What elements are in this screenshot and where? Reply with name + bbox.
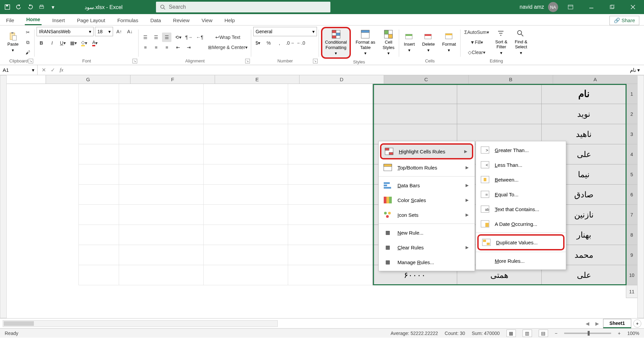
format-painter-icon[interactable]: 🖌 — [23, 48, 33, 57]
sheet-nav-next-icon[interactable]: ▶ — [593, 320, 601, 328]
zoom-slider[interactable] — [564, 333, 611, 334]
qat-more-icon[interactable]: ▾ — [48, 2, 58, 12]
menu-manage-rules[interactable]: ▦ Manage Rules... — [379, 255, 475, 270]
dialog-launcher-icon[interactable]: ↘ — [132, 59, 137, 63]
row-header[interactable]: 3 — [626, 124, 637, 144]
menu-data-bars[interactable]: Data Bars ▶ — [379, 178, 475, 193]
cut-icon[interactable]: ✂ — [23, 28, 33, 37]
clear-button[interactable]: ◇ Clear ▾ — [463, 48, 490, 57]
cell[interactable]: نوید — [541, 104, 626, 124]
row-header[interactable]: 5 — [626, 164, 637, 185]
find-select-button[interactable]: Find & Select▾ — [512, 28, 530, 57]
col-header-e[interactable]: E — [215, 75, 299, 84]
col-header-a[interactable]: A — [553, 75, 637, 84]
tab-home[interactable]: Home — [25, 14, 42, 25]
tab-file[interactable]: File — [5, 15, 15, 25]
row-header[interactable]: 7 — [626, 205, 637, 225]
col-header-f[interactable]: F — [130, 75, 215, 84]
row-header[interactable]: 1 — [626, 84, 637, 104]
view-page-layout-icon[interactable]: ▥ — [523, 330, 532, 337]
close-icon[interactable] — [625, 0, 641, 14]
rtl-icon[interactable]: ¶→ — [184, 33, 194, 42]
sort-filter-button[interactable]: Sort & Filter▾ — [493, 28, 510, 57]
dialog-launcher-icon[interactable]: ↘ — [245, 59, 250, 63]
formula-value[interactable]: نام ▾ — [626, 67, 644, 73]
percent-icon[interactable]: % — [264, 38, 273, 48]
fx-icon[interactable]: fx — [60, 67, 63, 73]
merge-center-button[interactable]: ⊞ Merge & Center ▾ — [206, 43, 249, 52]
search-box[interactable]: Search — [156, 2, 330, 12]
comma-icon[interactable]: , — [275, 38, 284, 48]
ribbon-display-icon[interactable] — [562, 0, 579, 14]
cancel-formula-icon[interactable]: ✕ — [42, 67, 46, 73]
undo-icon[interactable] — [14, 2, 23, 12]
italic-button[interactable]: I — [47, 38, 57, 48]
menu-greater-than[interactable]: >Greater Than... — [476, 143, 566, 157]
sheet-nav-prev-icon[interactable]: ◀ — [584, 320, 591, 328]
col-header-g[interactable]: G — [46, 75, 130, 84]
view-normal-icon[interactable]: ▦ — [506, 330, 516, 337]
menu-icon-sets[interactable]: Icon Sets ▶ — [379, 207, 475, 222]
zoom-out-icon[interactable]: − — [555, 331, 557, 336]
row-header[interactable]: 11 — [626, 285, 637, 298]
align-top-icon[interactable]: ☰ — [141, 33, 150, 42]
align-left-icon[interactable]: ≡ — [141, 43, 150, 52]
menu-date-occurring[interactable]: A Date Occurring... — [476, 216, 566, 231]
row-header[interactable]: 8 — [626, 225, 637, 245]
insert-cells-button[interactable]: Insert▾ — [401, 30, 418, 54]
orientation-icon[interactable]: ⟲▾ — [173, 33, 183, 42]
dialog-launcher-icon[interactable]: ↘ — [29, 59, 33, 63]
horizontal-scrollbar[interactable] — [3, 320, 278, 327]
cell[interactable] — [457, 84, 541, 104]
redo-icon[interactable] — [25, 2, 35, 12]
cell[interactable]: نام — [541, 84, 626, 104]
name-box[interactable]: A1▾ — [0, 65, 38, 75]
row-header[interactable]: 6 — [626, 185, 637, 205]
fill-button[interactable]: ▼ Fill ▾ — [463, 38, 490, 47]
font-name-select[interactable]: IRANSansWeb▾ — [37, 27, 94, 36]
conditional-formatting-button[interactable]: Conditional Formatting▾ — [321, 27, 351, 59]
col-header-b[interactable]: B — [468, 75, 553, 84]
tab-review[interactable]: Review — [172, 15, 191, 25]
menu-less-than[interactable]: <Less Than... — [476, 157, 566, 172]
tab-formulas[interactable]: Formulas — [116, 15, 140, 25]
col-header-d[interactable]: D — [299, 75, 384, 84]
decrease-indent-icon[interactable]: ⇤ — [173, 43, 183, 52]
increase-font-icon[interactable]: A↑ — [114, 27, 124, 36]
col-header-c[interactable]: C — [384, 75, 468, 84]
menu-new-rule[interactable]: ▦ New Rule... — [379, 225, 475, 240]
wrap-text-button[interactable]: ↩ Wrap Text — [206, 33, 249, 42]
view-page-break-icon[interactable]: ▤ — [539, 330, 548, 337]
menu-equal-to[interactable]: =Equal To... — [476, 187, 566, 202]
worksheet-grid[interactable]: A B C D E F G 1 2 3 4 5 6 7 8 9 10 11 — [0, 75, 644, 318]
menu-more-rules[interactable]: More Rules... — [476, 253, 566, 268]
zoom-in-icon[interactable]: + — [618, 331, 621, 336]
menu-duplicate-values[interactable]: Duplicate Values... — [477, 234, 565, 250]
menu-between[interactable]: Between... — [476, 172, 566, 187]
scrollbar-right[interactable] — [637, 75, 644, 318]
bold-button[interactable]: B — [37, 38, 46, 48]
align-middle-icon[interactable]: ☰ — [151, 33, 161, 42]
tab-help[interactable]: Help — [223, 15, 236, 25]
borders-icon[interactable]: ▦▾ — [69, 38, 78, 48]
tab-view[interactable]: View — [200, 15, 214, 25]
cell[interactable] — [372, 104, 457, 124]
align-center-icon[interactable]: ≡ — [151, 43, 161, 52]
decrease-font-icon[interactable]: A↓ — [125, 27, 135, 36]
underline-button[interactable]: U▾ — [58, 38, 67, 48]
fill-color-icon[interactable]: ◇▾ — [79, 38, 89, 48]
minimize-icon[interactable] — [583, 0, 600, 14]
currency-icon[interactable]: $▾ — [253, 38, 263, 48]
align-bottom-icon[interactable]: ☰ — [162, 33, 171, 42]
increase-indent-icon[interactable]: ⇥ — [184, 43, 194, 52]
menu-highlight-cells-rules[interactable]: Highlight Cells Rules ▶ — [380, 143, 473, 159]
paste-button[interactable]: Paste▾ — [5, 30, 21, 54]
accept-formula-icon[interactable]: ✓ — [51, 67, 55, 73]
menu-color-scales[interactable]: Color Scales ▶ — [379, 193, 475, 207]
share-button[interactable]: 🔗 Share — [609, 16, 639, 25]
delete-cells-button[interactable]: Delete▾ — [420, 30, 438, 54]
scrollbar-left[interactable] — [0, 75, 7, 318]
dialog-launcher-icon[interactable]: ↘ — [313, 59, 318, 63]
cell[interactable] — [372, 84, 457, 104]
maximize-icon[interactable] — [604, 0, 621, 14]
